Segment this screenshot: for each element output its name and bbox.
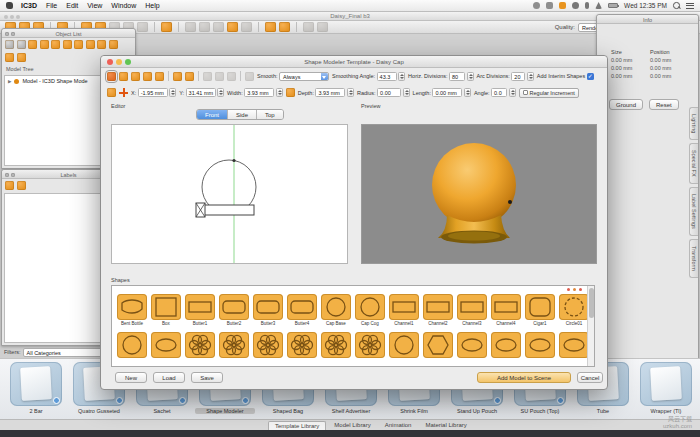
menu-window[interactable]: Window — [111, 2, 136, 9]
arc-icon[interactable] — [215, 72, 224, 81]
field-input-width[interactable]: 3.93 mm — [244, 88, 274, 97]
align-icon[interactable] — [213, 22, 224, 32]
new-button[interactable]: New — [115, 372, 147, 383]
shapes-scrollbar[interactable] — [587, 286, 594, 366]
side-tab-lighting[interactable]: Lighting — [689, 107, 698, 140]
shape-tile-cap-base[interactable]: Cap Base — [321, 294, 351, 326]
shape-tile-channel2[interactable]: Channel2 — [423, 294, 453, 326]
field-input-smoothing-angle[interactable]: 43.3 — [377, 72, 397, 81]
status-app-icon[interactable] — [533, 2, 540, 9]
wifi-icon[interactable] — [595, 2, 602, 9]
stepper[interactable] — [403, 88, 410, 97]
pen-icon[interactable] — [203, 72, 212, 81]
apple-menu-icon[interactable] — [6, 2, 13, 9]
side-tab-transform[interactable]: Transform — [689, 239, 698, 278]
field-input-length[interactable]: 0.00 mm — [432, 88, 462, 97]
unlink-icon[interactable] — [17, 40, 26, 49]
shape-tile[interactable] — [491, 332, 521, 358]
scale-icon[interactable] — [137, 22, 148, 32]
pan-icon[interactable] — [241, 22, 252, 32]
label-edit-icon[interactable] — [17, 181, 26, 190]
main-window-titlebar[interactable]: Daisy_Final b3 — [0, 12, 700, 21]
view-tab-top[interactable]: Top — [257, 110, 283, 119]
label-add-icon[interactable] — [5, 181, 14, 190]
notification-center-icon[interactable] — [686, 3, 694, 9]
pen-edit-icon[interactable] — [227, 72, 236, 81]
cube-icon[interactable] — [28, 40, 37, 49]
tab-material-library[interactable]: Material Library — [419, 421, 472, 430]
add-model-to-scene-button[interactable]: Add Model to Scene — [477, 372, 571, 383]
stepper[interactable] — [217, 88, 224, 97]
bluetooth-icon[interactable] — [585, 2, 589, 9]
zoom-icon[interactable] — [119, 72, 128, 81]
stepper[interactable] — [347, 88, 354, 97]
undo-icon[interactable] — [303, 22, 314, 32]
shape-tile-cigar1[interactable]: Cigar1 — [525, 294, 555, 326]
disclosure-triangle-icon[interactable]: ▶ — [8, 79, 11, 84]
spotlight-search-icon[interactable] — [673, 2, 680, 9]
side-tab-special-fx[interactable]: Special FX — [689, 143, 698, 184]
interim-shapes-checkbox[interactable]: ✓ — [587, 73, 594, 80]
flip-icon[interactable] — [199, 22, 210, 32]
shape-tile[interactable] — [355, 332, 385, 358]
shape-tile[interactable] — [457, 332, 487, 358]
field-input-x[interactable]: -1.95 mm — [138, 88, 168, 97]
mirror-icon[interactable] — [185, 22, 196, 32]
object-list-titlebar[interactable]: Object List — [2, 29, 135, 38]
shape-tile[interactable] — [185, 332, 215, 358]
field-input-horiz-divisions[interactable]: 80 — [449, 72, 465, 81]
menu-file[interactable]: File — [46, 2, 57, 9]
measure-icon[interactable] — [161, 22, 172, 32]
folder-icon[interactable] — [5, 53, 14, 62]
shape-tile-circle01[interactable]: Circle01 — [559, 294, 589, 326]
battery-icon[interactable] — [608, 3, 618, 8]
info-panel-titlebar[interactable]: Info — [597, 15, 698, 24]
stepper[interactable] — [509, 88, 516, 97]
menu-clock[interactable]: Wed 12:35 PM — [624, 2, 667, 9]
link-icon[interactable] — [5, 40, 14, 49]
shape-tile-butter2[interactable]: Butter2 — [219, 294, 249, 326]
cancel-button[interactable]: Cancel — [577, 372, 603, 383]
cube-icon[interactable] — [279, 22, 290, 32]
curve-chart-icon[interactable] — [155, 72, 164, 81]
load-button[interactable]: Load — [153, 372, 185, 383]
shape-tile[interactable] — [287, 332, 317, 358]
camera-icon[interactable] — [86, 40, 95, 49]
zoom-plus-icon[interactable] — [131, 72, 140, 81]
regular-increment-checkbox[interactable] — [523, 90, 528, 95]
shape-tile-butter4[interactable]: Butter4 — [287, 294, 317, 326]
edit-segment-icon[interactable] — [286, 88, 295, 97]
shape-tile[interactable] — [321, 332, 351, 358]
reset-button[interactable]: Reset — [649, 99, 679, 110]
point-icon[interactable] — [143, 72, 152, 81]
lock-icon[interactable] — [109, 40, 118, 49]
shape-tile[interactable] — [151, 332, 181, 358]
regular-increment-button[interactable]: Regular Increment — [519, 88, 579, 98]
tab-model-library[interactable]: Model Library — [328, 421, 376, 430]
stepper[interactable] — [169, 88, 176, 97]
text-ai-icon[interactable] — [227, 22, 238, 32]
shape-tile[interactable] — [525, 332, 555, 358]
shape-tile[interactable] — [253, 332, 283, 358]
shape-tile-cap-cog[interactable]: Cap Cog — [355, 294, 385, 326]
smooth-dropdown[interactable]: Always — [279, 72, 329, 81]
select-icon[interactable] — [107, 72, 116, 81]
add-point-icon[interactable] — [119, 88, 128, 97]
group-icon[interactable] — [97, 40, 106, 49]
menu-ic3d[interactable]: IC3D — [21, 2, 37, 9]
ground-button[interactable]: Ground — [609, 99, 643, 110]
preview-3d-canvas[interactable] — [361, 124, 597, 264]
view-tab-front[interactable]: Front — [197, 110, 228, 119]
tab-template-library[interactable]: Template Library — [268, 421, 326, 430]
fill-square-icon[interactable] — [173, 72, 182, 81]
profile-editor-canvas[interactable] — [111, 124, 348, 264]
field-input-arc-divisions[interactable]: 20 — [511, 72, 525, 81]
template-item-2-bar[interactable]: 2 Bar — [6, 362, 66, 414]
folder-open-icon[interactable] — [17, 53, 26, 62]
menu-help[interactable]: Help — [145, 2, 159, 9]
shape-tile-channel3[interactable]: Channel3 — [457, 294, 487, 326]
stepper[interactable] — [464, 88, 471, 97]
redo-icon[interactable] — [317, 22, 328, 32]
shape-tile-box[interactable]: Box — [151, 294, 181, 326]
shape-tile-channel4[interactable]: Channel4 — [491, 294, 521, 326]
